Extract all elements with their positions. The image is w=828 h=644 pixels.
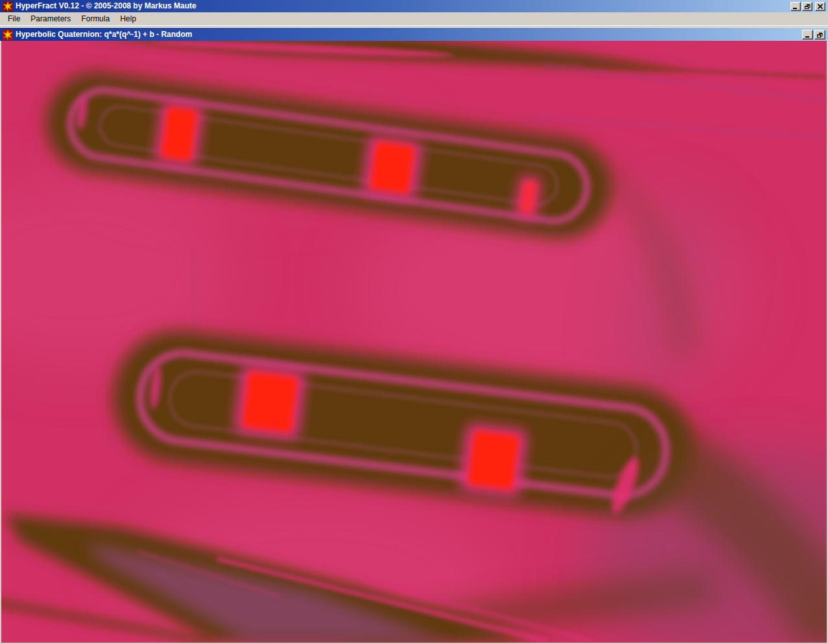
main-titlebar: HyperFract V0.12 - © 2005-2008 by Markus… (0, 0, 828, 12)
menu-parameters[interactable]: Parameters (25, 12, 76, 25)
menu-help[interactable]: Help (115, 12, 141, 25)
fractal-canvas[interactable] (0, 41, 828, 644)
menu-file[interactable]: File (3, 12, 25, 25)
restore-icon (805, 3, 811, 9)
app-fractal-flame-icon (3, 1, 13, 12)
child-window-controls (801, 30, 825, 40)
child-titlebar: Hyperbolic Quaternion: q*a*(q^-1) + b - … (0, 27, 828, 41)
window-title: HyperFract V0.12 - © 2005-2008 by Markus… (16, 0, 789, 12)
minimize-button[interactable] (790, 2, 801, 11)
fractal-render (1, 41, 827, 643)
child-restore-button[interactable] (814, 30, 825, 40)
child-window-title: Hyperbolic Quaternion: q*a*(q^-1) + b - … (16, 28, 801, 41)
close-icon (818, 4, 823, 9)
window-controls (789, 2, 825, 11)
minimize-icon (805, 32, 811, 38)
restore-icon (817, 32, 823, 38)
close-button[interactable] (815, 2, 825, 11)
child-fractal-flame-icon (3, 30, 13, 40)
child-minimize-button[interactable] (802, 30, 813, 40)
menu-bar: File Parameters Formula Help (0, 12, 828, 26)
menu-formula[interactable]: Formula (76, 12, 115, 25)
restore-button[interactable] (802, 2, 812, 11)
hyperfract-window: HyperFract V0.12 - © 2005-2008 by Markus… (0, 0, 828, 644)
minimize-icon (793, 4, 798, 9)
